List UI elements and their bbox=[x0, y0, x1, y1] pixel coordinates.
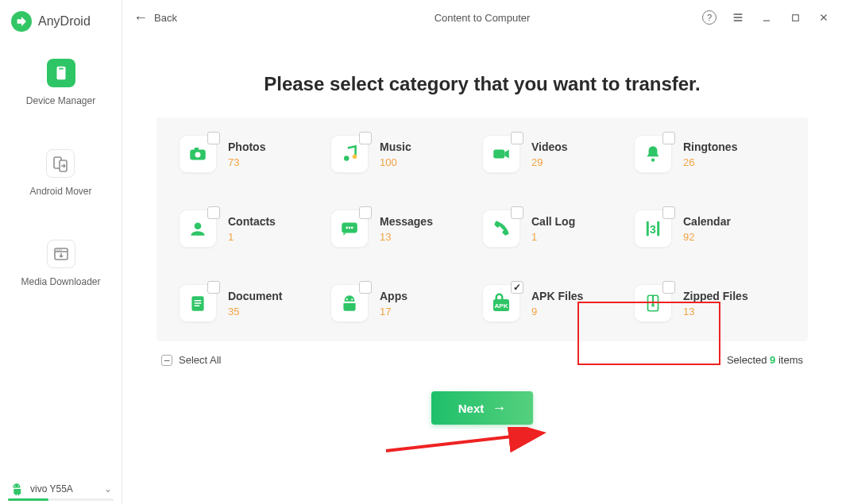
back-label: Back bbox=[154, 12, 177, 24]
category-panel: Photos 73 Music 100 Videos 29 Ringtones … bbox=[156, 117, 808, 341]
minimize-button[interactable] bbox=[759, 10, 774, 25]
svg-point-17 bbox=[651, 158, 655, 161]
category-name: Zipped Files bbox=[683, 290, 748, 302]
category-photos[interactable]: Photos 73 bbox=[179, 135, 330, 173]
category-document[interactable]: Document 35 bbox=[179, 284, 330, 322]
category-contacts[interactable]: Contacts 1 bbox=[179, 210, 330, 248]
svg-rect-16 bbox=[493, 150, 504, 159]
maximize-button[interactable] bbox=[788, 10, 802, 25]
brand-logo-icon bbox=[11, 11, 32, 32]
category-ringtones[interactable]: Ringtones 26 bbox=[634, 135, 786, 173]
arrow-right-icon: → bbox=[492, 400, 506, 417]
category-count: 92 bbox=[683, 231, 731, 243]
category-count: 73 bbox=[228, 156, 265, 168]
message-icon bbox=[330, 210, 369, 248]
category-checkbox[interactable] bbox=[359, 132, 372, 144]
android-icon bbox=[10, 482, 24, 496]
category-checkbox[interactable] bbox=[207, 281, 220, 294]
category-count: 13 bbox=[683, 306, 748, 317]
music-icon bbox=[330, 135, 369, 173]
category-videos[interactable]: Videos 29 bbox=[482, 135, 634, 173]
video-icon bbox=[482, 135, 520, 173]
back-button[interactable]: ← Back bbox=[133, 10, 177, 25]
category-name: Apps bbox=[380, 290, 407, 302]
category-name: Contacts bbox=[228, 215, 276, 228]
svg-point-6 bbox=[58, 249, 60, 251]
category-count: 100 bbox=[380, 156, 411, 168]
sidebar-item-device-manager[interactable]: Device Manager bbox=[26, 59, 95, 106]
sidebar-item-label: Media Downloader bbox=[21, 276, 100, 287]
category-name: Calendar bbox=[683, 215, 731, 228]
main: ← Back Content to Computer ? bbox=[122, 0, 842, 504]
sidebar-item-android-mover[interactable]: Android Mover bbox=[29, 149, 91, 197]
svg-point-22 bbox=[351, 227, 353, 229]
svg-point-18 bbox=[195, 222, 202, 229]
category-name: Call Log bbox=[531, 215, 575, 228]
next-label: Next bbox=[458, 402, 485, 415]
svg-rect-24 bbox=[657, 221, 659, 237]
category-count: 1 bbox=[228, 231, 276, 243]
help-button[interactable]: ? bbox=[702, 10, 716, 25]
select-all-checkbox[interactable] bbox=[161, 355, 172, 366]
category-name: Music bbox=[380, 140, 411, 153]
svg-text:APK: APK bbox=[494, 302, 508, 310]
titlebar: ← Back Content to Computer ? bbox=[122, 0, 842, 35]
select-all-label[interactable]: Select All bbox=[179, 354, 221, 366]
document-icon bbox=[179, 284, 217, 322]
svg-point-15 bbox=[353, 154, 357, 159]
category-checkbox[interactable] bbox=[662, 132, 675, 144]
next-button[interactable]: Next → bbox=[431, 391, 534, 425]
device-manager-icon bbox=[47, 59, 75, 87]
media-downloader-icon bbox=[47, 240, 75, 268]
contact-icon bbox=[179, 210, 217, 248]
category-checkbox[interactable] bbox=[359, 281, 372, 294]
svg-point-14 bbox=[344, 156, 350, 161]
svg-point-21 bbox=[349, 227, 351, 229]
svg-point-20 bbox=[346, 227, 348, 229]
menu-button[interactable] bbox=[731, 10, 745, 25]
category-checkbox[interactable] bbox=[207, 132, 220, 144]
category-name: Document bbox=[228, 290, 282, 302]
phone-icon bbox=[482, 210, 520, 248]
category-calendar[interactable]: 3 Calendar 92 bbox=[634, 210, 786, 248]
category-name: Photos bbox=[228, 140, 265, 153]
svg-point-9 bbox=[18, 486, 20, 487]
category-checkbox[interactable] bbox=[511, 281, 523, 294]
brand-name: AnyDroid bbox=[38, 14, 91, 29]
category-calllog[interactable]: Call Log 1 bbox=[482, 210, 634, 248]
svg-point-8 bbox=[14, 486, 16, 487]
android-mover-icon bbox=[46, 149, 75, 178]
back-arrow-icon: ← bbox=[133, 10, 148, 25]
chevron-down-icon: ⌄ bbox=[104, 483, 112, 494]
category-count: 9 bbox=[531, 306, 583, 317]
selection-bar: Select All Selected 9 items bbox=[156, 351, 808, 369]
category-name: Ringtones bbox=[683, 140, 737, 153]
sidebar: AnyDroid Device Manager Android Mover Me… bbox=[0, 0, 122, 504]
category-checkbox[interactable] bbox=[662, 206, 675, 219]
category-checkbox[interactable] bbox=[207, 206, 220, 219]
svg-point-28 bbox=[351, 298, 353, 300]
category-music[interactable]: Music 100 bbox=[330, 135, 482, 173]
category-apps[interactable]: Apps 17 bbox=[330, 284, 482, 322]
category-count: 13 bbox=[380, 231, 433, 243]
sidebar-item-media-downloader[interactable]: Media Downloader bbox=[21, 240, 100, 287]
category-zipped[interactable]: Zipped Files 13 bbox=[634, 284, 786, 322]
category-checkbox[interactable] bbox=[662, 281, 675, 294]
zip-icon bbox=[634, 284, 672, 322]
category-checkbox[interactable] bbox=[511, 132, 523, 144]
svg-rect-23 bbox=[647, 221, 649, 237]
page-headline: Please select category that you want to … bbox=[264, 73, 701, 95]
category-count: 26 bbox=[683, 156, 737, 168]
category-checkbox[interactable] bbox=[511, 206, 523, 219]
category-apkfiles[interactable]: APK APK Files 9 bbox=[482, 284, 634, 322]
device-name: vivo Y55A bbox=[30, 483, 98, 494]
close-button[interactable] bbox=[817, 10, 831, 25]
sidebar-item-label: Device Manager bbox=[26, 95, 95, 106]
category-count: 29 bbox=[531, 156, 568, 168]
selected-count: Selected 9 items bbox=[727, 354, 803, 366]
category-checkbox[interactable] bbox=[359, 206, 372, 219]
category-messages[interactable]: Messages 13 bbox=[330, 210, 482, 248]
apk-icon: APK bbox=[482, 284, 520, 322]
category-name: APK Files bbox=[531, 290, 583, 302]
android-icon bbox=[330, 284, 369, 322]
